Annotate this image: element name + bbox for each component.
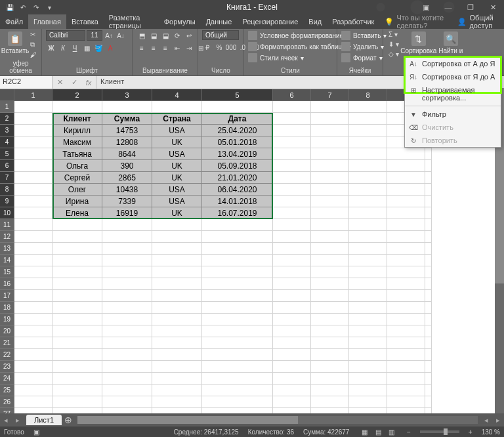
cell[interactable] [202, 314, 273, 325]
cell[interactable] [202, 396, 273, 408]
cell[interactable] [387, 361, 425, 373]
cell[interactable] [152, 373, 202, 385]
cell[interactable] [349, 148, 387, 160]
cell[interactable] [387, 243, 425, 255]
row-header[interactable]: 20 [0, 325, 14, 337]
cell[interactable] [202, 302, 273, 314]
cell[interactable] [425, 337, 432, 349]
cell[interactable] [387, 184, 425, 196]
cell[interactable] [311, 361, 349, 373]
cell[interactable] [52, 255, 102, 266]
wrap-text-icon[interactable]: ↩ [184, 30, 194, 41]
sort-filter-button[interactable]: ⇅ Сортировка [403, 30, 434, 54]
cell[interactable] [425, 396, 432, 408]
cell[interactable] [273, 396, 311, 408]
cell[interactable]: 390 [102, 160, 152, 172]
cell[interactable] [102, 314, 152, 325]
cell[interactable] [102, 278, 152, 290]
cell[interactable] [102, 243, 152, 255]
row-header[interactable]: 17 [0, 290, 14, 302]
cell[interactable] [349, 266, 387, 278]
cell[interactable] [349, 278, 387, 290]
zoom-out-button[interactable]: − [407, 428, 411, 436]
cell[interactable] [387, 302, 425, 314]
row-header[interactable]: 1 [0, 101, 14, 113]
cell[interactable] [202, 385, 273, 396]
cell[interactable]: 05.01.2018 [202, 136, 273, 148]
cell[interactable] [349, 255, 387, 266]
cell[interactable] [273, 101, 311, 113]
cell[interactable]: USA [152, 125, 202, 136]
cell[interactable] [273, 219, 311, 231]
cell[interactable] [152, 302, 202, 314]
cell[interactable] [349, 160, 387, 172]
cell[interactable] [52, 349, 102, 361]
select-all-corner[interactable] [0, 89, 14, 101]
cell[interactable] [102, 396, 152, 408]
add-sheet-button[interactable]: ⊕ [62, 415, 75, 425]
cell[interactable] [202, 361, 273, 373]
cell[interactable] [311, 148, 349, 160]
cell[interactable] [311, 337, 349, 349]
column-header[interactable]: 8 [349, 89, 387, 101]
cell[interactable] [14, 255, 52, 266]
cell[interactable] [152, 231, 202, 243]
cell[interactable] [349, 196, 387, 207]
cell[interactable] [349, 125, 387, 136]
cell[interactable] [102, 302, 152, 314]
cell[interactable] [387, 337, 425, 349]
cell[interactable] [273, 325, 311, 337]
cell[interactable] [52, 325, 102, 337]
column-header[interactable]: 4 [152, 89, 202, 101]
cell[interactable]: Страна [152, 113, 202, 125]
cells-area[interactable]: КлиентСуммаСтранаДатаКирилл14753USA25.04… [14, 101, 432, 420]
cell[interactable] [311, 219, 349, 231]
cell[interactable] [387, 266, 425, 278]
cell[interactable]: 05.09.2018 [202, 160, 273, 172]
scrollbar-thumb[interactable] [77, 416, 297, 424]
cell[interactable] [202, 325, 273, 337]
cell[interactable] [273, 349, 311, 361]
cell[interactable] [387, 325, 425, 337]
cell[interactable]: 14.01.2018 [202, 196, 273, 207]
cell[interactable] [311, 160, 349, 172]
cell[interactable] [202, 337, 273, 349]
copy-icon[interactable]: ⧉ [29, 40, 38, 49]
cell[interactable] [273, 255, 311, 266]
cell[interactable] [349, 349, 387, 361]
cell[interactable] [202, 266, 273, 278]
normal-view-icon[interactable]: ▦ [358, 428, 370, 436]
cell[interactable] [52, 243, 102, 255]
cell[interactable] [311, 196, 349, 207]
percent-icon[interactable]: % [214, 42, 224, 52]
cell[interactable] [52, 219, 102, 231]
tab-data[interactable]: Данные [201, 14, 238, 29]
cell[interactable] [102, 219, 152, 231]
cell[interactable]: USA [152, 184, 202, 196]
cell[interactable] [273, 207, 311, 219]
cell[interactable] [14, 278, 52, 290]
cut-icon[interactable]: ✂ [29, 30, 38, 39]
row-header[interactable]: 5 [0, 148, 14, 160]
cell[interactable]: 10438 [102, 184, 152, 196]
cell[interactable] [425, 172, 432, 184]
cell[interactable] [425, 231, 432, 243]
orientation-icon[interactable]: ⟳ [172, 30, 182, 41]
cell[interactable] [387, 290, 425, 302]
row-header[interactable]: 21 [0, 337, 14, 349]
cell[interactable] [387, 278, 425, 290]
cell[interactable]: 12808 [102, 136, 152, 148]
cell[interactable] [152, 255, 202, 266]
cell[interactable] [14, 184, 52, 196]
cell[interactable] [273, 231, 311, 243]
cell[interactable] [425, 385, 432, 396]
cell[interactable] [152, 396, 202, 408]
cell[interactable] [425, 290, 432, 302]
align-center-icon[interactable]: ≡ [148, 43, 159, 53]
cell[interactable] [273, 278, 311, 290]
cell[interactable] [14, 196, 52, 207]
cell[interactable] [311, 325, 349, 337]
cell[interactable]: 14753 [102, 125, 152, 136]
scroll-right-icon[interactable]: ▸ [492, 416, 504, 425]
cell[interactable] [425, 160, 432, 172]
